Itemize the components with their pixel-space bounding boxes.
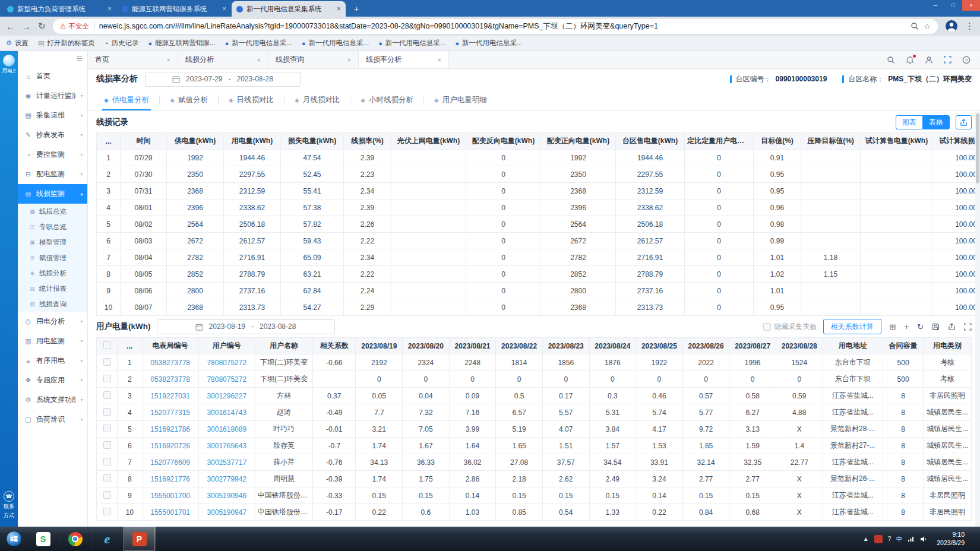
column-header[interactable]: 损失电量(kWh) (281, 133, 344, 150)
sidebar-subitem-4[interactable]: ◈线损分析 (18, 265, 87, 281)
column-header[interactable]: 2023/08/25 (636, 338, 683, 354)
row-select-cell[interactable] (97, 504, 118, 521)
start-button[interactable] (0, 527, 27, 551)
tray-help-icon[interactable]: ? (888, 536, 892, 542)
bookmark-item[interactable]: ●新一代用电信息采... (378, 39, 445, 48)
column-header[interactable]: 压降目标值(%) (801, 133, 861, 150)
column-header[interactable]: 合同容量 (883, 338, 923, 354)
date-end-value[interactable]: 2023-08-28 (260, 322, 296, 331)
new-tab-button[interactable]: + (349, 3, 364, 15)
column-header[interactable]: 试计算线损率(%) (933, 133, 980, 150)
fullscreen-icon[interactable] (964, 323, 972, 331)
table-row[interactable]: 315192270313001296227方林0.370.050.040.090… (97, 388, 972, 404)
tab-close-icon[interactable]: × (257, 56, 261, 64)
table-row[interactable]: 105382737787808075272下坝(二)环美变-0.66219223… (97, 354, 972, 371)
sidebar-subitem-6[interactable]: ▧线损查询 (18, 296, 87, 312)
browser-menu-icon[interactable]: ⋮ (965, 21, 974, 31)
sidebar-item-0[interactable]: ⌂首页 (18, 66, 87, 86)
cell-link[interactable]: 1555001701 (150, 508, 190, 517)
subtab-0[interactable]: ◈供电量分析 (94, 89, 159, 110)
cell-link[interactable]: 7808075272 (207, 375, 246, 384)
column-header[interactable]: 2023/08/27 (729, 338, 776, 354)
subtab-2[interactable]: ◈日线损对比 (219, 89, 284, 110)
sidebar-collapse-icon[interactable]: ☰ (76, 55, 83, 63)
add-icon[interactable]: + (905, 322, 909, 331)
checkbox[interactable] (103, 341, 111, 349)
bookmark-item[interactable]: ●能源互联网营销服... (148, 39, 215, 48)
table-row[interactable]: 508/0225642506.1857.822.26025642506.1800… (97, 216, 980, 233)
bookmark-star-icon[interactable]: ☆ (924, 22, 931, 31)
sidebar-item-10[interactable]: ❖专题应用▼ (18, 370, 87, 390)
cell-link[interactable]: 3001765643 (207, 442, 246, 450)
checkbox[interactable] (103, 474, 111, 482)
cell-link[interactable]: 0538273778 (150, 375, 190, 384)
table-row[interactable]: 815169217763002779942周明慧-0.391.741.752.8… (97, 471, 972, 487)
ime-icon[interactable]: 中 (896, 535, 902, 543)
help-icon[interactable]: ? (962, 56, 970, 64)
column-header[interactable]: 目标值(%) (754, 133, 801, 150)
checkbox[interactable] (103, 375, 111, 382)
volume-icon[interactable] (920, 536, 928, 543)
sidebar-item-1[interactable]: ◉计量运行监测▼ (18, 86, 87, 106)
table-row[interactable]: 808/0528522788.7963.212.22028522788.7901… (97, 266, 980, 283)
column-header[interactable]: ... (97, 133, 121, 150)
sidebar-item-12[interactable]: ▢负荷辨识▼ (18, 410, 87, 429)
date-start-value[interactable]: 2023-07-29 (186, 75, 222, 83)
cell-link[interactable]: 1555001700 (150, 492, 190, 500)
cell-link[interactable]: 3001618089 (207, 425, 246, 433)
sidebar-item-4[interactable]: ◔费控监测▼ (18, 145, 87, 164)
column-header[interactable]: 配变反向电量(kWh) (466, 133, 541, 150)
checkbox[interactable] (103, 425, 111, 432)
user-icon[interactable] (925, 56, 933, 64)
sidebar-item-3[interactable]: ✎抄表发布▼ (18, 125, 87, 145)
column-header[interactable]: 定比定量用户电量(... (685, 133, 754, 150)
scrollbar-thumb[interactable] (976, 113, 979, 183)
sidebar-item-5[interactable]: ⊟配电监测▼ (18, 164, 87, 184)
export-icon[interactable] (956, 115, 972, 129)
column-settings-icon[interactable]: ⊞ (890, 322, 896, 331)
security-warning[interactable]: ⚠ 不安全 (60, 22, 89, 31)
nav-tab-1[interactable]: 线损分析× (178, 51, 268, 68)
checkbox[interactable] (103, 391, 111, 399)
taskbar-app-chrome[interactable] (59, 527, 91, 551)
search-icon[interactable] (887, 56, 895, 64)
table-row[interactable]: 207/3023502297.5552.452.23023502297.5500… (97, 166, 980, 183)
cell-link[interactable]: 3002779942 (207, 475, 246, 483)
sidebar-item-2[interactable]: ▤采集运维▼ (18, 106, 87, 125)
minimize-button[interactable]: ─ (927, 0, 944, 11)
refresh-icon[interactable]: ↻ (917, 322, 924, 331)
cell-link[interactable]: 3001296227 (207, 392, 246, 400)
save-icon[interactable] (932, 323, 940, 331)
column-header[interactable]: 用电类别 (924, 338, 972, 354)
row-select-cell[interactable] (97, 404, 118, 421)
fullscreen-icon[interactable] (944, 56, 951, 64)
column-header[interactable]: 试计算售电量(kWh) (861, 133, 933, 150)
taskbar-app-powerpoint[interactable]: P (124, 527, 156, 551)
browser-tab[interactable]: 新型电力负荷管理系统× (2, 1, 116, 17)
cell-link[interactable]: 1519227031 (150, 392, 190, 400)
bookmark-item[interactable]: ◔历史记录 (105, 39, 139, 48)
row-select-cell[interactable] (97, 454, 118, 471)
table-row[interactable]: 608/0326722612.5759.432.22026722612.5700… (97, 233, 980, 249)
cell-link[interactable]: 3005190946 (207, 492, 246, 500)
taskbar-clock[interactable]: 9:10 2023/8/29 (933, 531, 968, 547)
reload-icon[interactable]: ↻ (38, 21, 46, 31)
sidebar-subitem-3[interactable]: ⊞赋值管理 (18, 250, 87, 265)
cell-link[interactable]: 3005190947 (207, 508, 246, 517)
nav-tab-3[interactable]: 线损率分析× (359, 51, 449, 68)
column-header[interactable]: 2023/08/21 (449, 338, 496, 354)
zoom-icon[interactable] (911, 22, 919, 30)
tab-close-icon[interactable]: × (167, 56, 170, 64)
chart-view-button[interactable]: 图表 (896, 115, 922, 129)
table-row[interactable]: 715207766093002537717薛小芹-0.7634.1336.333… (97, 454, 972, 471)
bookmark-item[interactable]: ●新一代用电信息采... (455, 39, 522, 48)
cell-link[interactable]: 0538273778 (150, 359, 190, 367)
column-header[interactable]: 电表局编号 (142, 338, 198, 354)
sidebar-subitem-5[interactable]: ▥统计报表 (18, 281, 87, 296)
tab-close-icon[interactable]: × (222, 5, 226, 13)
column-header[interactable]: 用电量(kWh) (224, 133, 281, 150)
cell-link[interactable]: 7808075272 (207, 359, 246, 367)
sidebar-subitem-2[interactable]: ▣模型管理 (18, 235, 87, 250)
column-header[interactable]: 配变正向电量(kWh) (541, 133, 616, 150)
column-header[interactable]: 用电地址 (823, 338, 883, 354)
